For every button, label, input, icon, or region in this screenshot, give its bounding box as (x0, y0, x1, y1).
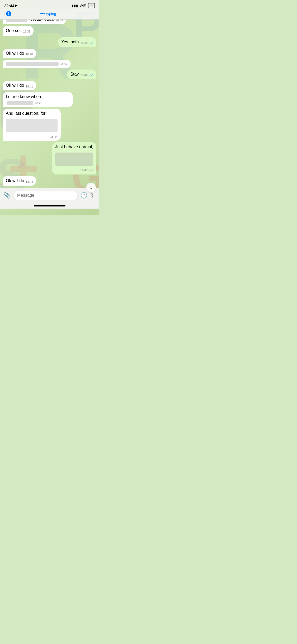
message-text: Ok will do (6, 51, 24, 56)
status-icons: ▮▮▮ WiFi ⬜ (72, 3, 95, 8)
home-bar (34, 205, 65, 206)
message-input[interactable] (13, 191, 78, 200)
status-bar: 22:44 ▶ ▮▮▮ WiFi ⬜ (0, 0, 99, 9)
blurred-block (55, 153, 93, 166)
message-row: Yes, both 18:39 (3, 37, 96, 47)
message-text: Ok will do (6, 83, 24, 88)
message-time: 18:39 (55, 20, 63, 22)
message-text: Let me know when (6, 94, 41, 100)
message-row: it really quick 18:39 (3, 20, 96, 24)
emoji-button[interactable]: 🕐 (80, 192, 87, 199)
dot-3 (44, 13, 45, 14)
scroll-down-button[interactable]: ⌄ (86, 183, 96, 192)
input-bar: 📎 🕐 🎙 (0, 188, 99, 203)
message-row: Ok will do 18:40 (3, 49, 96, 58)
message-row: 18:40 (3, 60, 96, 68)
message-bubble: Ok will do 18:41 (3, 81, 36, 90)
message-text: Yes, both (61, 39, 79, 45)
blurred-content (6, 20, 27, 22)
home-indicator (0, 203, 99, 209)
message-text: Ok will do (6, 178, 24, 184)
status-time: 22:44 ▶ (4, 3, 17, 8)
attach-button[interactable]: 📎 (3, 192, 11, 199)
message-bubble: One sec 18:39 (3, 26, 34, 36)
message-bubble: Let me know when 18:42 (3, 92, 73, 107)
message-text: Stay (70, 72, 79, 77)
message-time: 18:44 (50, 135, 58, 139)
message-bubble: 18:40 (3, 60, 71, 68)
message-text: Just behave normal, (55, 144, 93, 150)
message-text: And last question..for (6, 111, 45, 116)
blurred-block (6, 119, 58, 132)
dot-2 (42, 13, 44, 14)
chevron-down-icon: ⌄ (89, 185, 93, 190)
sticker-icon: 🕐 (80, 192, 87, 199)
typing-indicator: typing (11, 12, 85, 16)
microphone-icon: 🎙 (90, 192, 96, 199)
message-row: Let me know when 18:42 (3, 92, 96, 107)
message-row: Stay 18:40 (3, 70, 96, 79)
message-bubble: Stay 18:40 (67, 70, 96, 79)
message-text: it really quick (30, 20, 54, 22)
message-time: 18:41 (26, 85, 33, 88)
location-icon: ▶ (15, 4, 17, 7)
message-time: 18:39 (23, 30, 31, 33)
typing-label: typing (46, 12, 56, 16)
message-row: Ok will do 18:41 (3, 81, 96, 90)
message-text: One sec (6, 28, 22, 34)
blurred-content (7, 101, 33, 105)
message-time: 18:40 (60, 62, 68, 66)
message-bubble: Just behave normal, 18:47 (52, 142, 96, 174)
message-row: One sec 18:39 (3, 26, 96, 36)
message-row: Just behave normal, 18:47 (3, 142, 96, 174)
paperclip-icon: 📎 (3, 192, 11, 199)
message-time: 18:42 (35, 101, 42, 105)
back-button[interactable]: ‹ 3 (3, 11, 11, 17)
typing-dots (40, 13, 45, 14)
nav-center: typing (11, 12, 85, 16)
blurred-content (6, 62, 59, 66)
chat-area[interactable]: 18:37 18:38 So i should take 18:38 and 1… (0, 20, 99, 188)
message-bubble: Ok will do 18:48 (3, 176, 36, 186)
nav-bar: ‹ 3 typing (0, 9, 99, 20)
dot-1 (40, 13, 42, 14)
message-bubble: Yes, both 18:39 (58, 37, 96, 47)
mic-button[interactable]: 🎙 (90, 192, 96, 199)
message-bubble: it really quick 18:39 (3, 20, 66, 24)
message-bubble: Ok will do 18:40 (3, 49, 36, 58)
message-time: 18:47 (80, 168, 93, 172)
chevron-left-icon: ‹ (3, 11, 5, 17)
message-row: Ok will do 18:48 (3, 176, 96, 186)
wifi-icon: WiFi (80, 4, 87, 8)
message-time: 18:39 (80, 41, 93, 45)
message-time: 18:40 (26, 52, 33, 56)
message-time: 18:48 (26, 180, 33, 183)
signal-icon: ▮▮▮ (72, 4, 78, 8)
time-display: 22:44 (4, 3, 14, 8)
message-time: 18:40 (80, 73, 93, 77)
battery-icon: ⬜ (88, 3, 95, 8)
back-badge: 3 (6, 11, 11, 16)
message-row: And last question..for 18:44 (3, 109, 96, 141)
message-bubble: And last question..for 18:44 (3, 109, 61, 141)
